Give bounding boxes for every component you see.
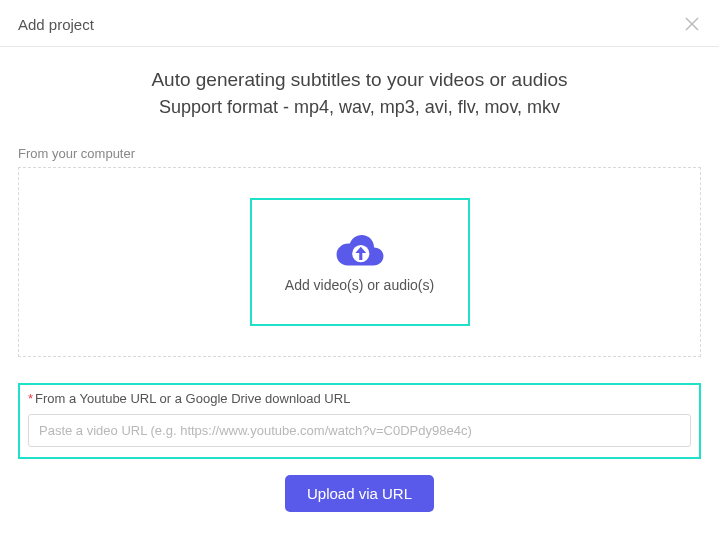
- headline-text: Auto generating subtitles to your videos…: [18, 69, 701, 91]
- modal-header: Add project: [0, 0, 719, 47]
- file-drop-zone[interactable]: Add video(s) or audio(s): [250, 198, 470, 326]
- url-upload-section: *From a Youtube URL or a Google Drive do…: [18, 383, 701, 459]
- close-icon-svg: [685, 17, 699, 31]
- from-computer-label: From your computer: [18, 146, 701, 161]
- upload-via-url-button[interactable]: Upload via URL: [285, 475, 434, 512]
- video-url-input[interactable]: [28, 414, 691, 447]
- upload-dashed-container: Add video(s) or audio(s): [18, 167, 701, 357]
- required-asterisk: *: [28, 391, 33, 406]
- upload-button-wrap: Upload via URL: [18, 475, 701, 512]
- url-section-label: *From a Youtube URL or a Google Drive do…: [28, 391, 691, 406]
- modal-title: Add project: [18, 16, 94, 33]
- url-label-text: From a Youtube URL or a Google Drive dow…: [35, 391, 350, 406]
- subhead-text: Support format - mp4, wav, mp3, avi, flv…: [18, 97, 701, 118]
- cloud-upload-icon: [335, 231, 385, 267]
- drop-zone-label: Add video(s) or audio(s): [285, 277, 434, 293]
- close-icon[interactable]: [683, 12, 701, 36]
- modal-content: Auto generating subtitles to your videos…: [0, 47, 719, 512]
